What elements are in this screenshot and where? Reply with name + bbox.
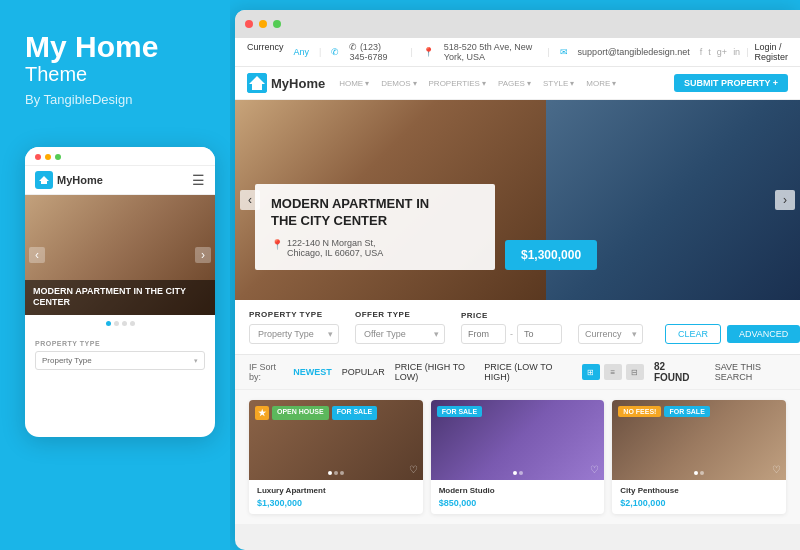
card-1-favorite-icon[interactable]: ♡ xyxy=(409,464,418,475)
card-2-favorite-icon[interactable]: ♡ xyxy=(590,464,599,475)
card-2-dots xyxy=(513,471,523,475)
nav-home[interactable]: HOME ▾ xyxy=(339,79,369,88)
topbar-email: support@tangibledesign.net xyxy=(578,47,690,57)
compact-view-icon[interactable]: ⊟ xyxy=(626,364,644,380)
theme-title: My Home xyxy=(25,30,210,63)
nav-properties-label: PROPERTIES xyxy=(429,79,480,88)
offer-type-select[interactable]: Offer Type xyxy=(355,324,445,344)
card-3-dot-2 xyxy=(700,471,704,475)
property-type-select[interactable]: Property Type xyxy=(249,324,339,344)
nav-more[interactable]: MORE ▾ xyxy=(586,79,616,88)
nav-style-arrow: ▾ xyxy=(570,79,574,88)
hero-next-arrow[interactable]: › xyxy=(775,190,795,210)
phone-next-arrow[interactable]: › xyxy=(195,247,211,263)
hero-price-button[interactable]: $1,300,000 xyxy=(505,240,597,270)
save-search-link[interactable]: SAVE THIS SEARCH xyxy=(715,362,786,382)
left-panel: My Home Theme By TangibleDesign MyHome xyxy=(0,0,230,550)
clear-button[interactable]: CLEAR xyxy=(665,324,721,344)
login-register-link[interactable]: Login / Register xyxy=(754,42,788,62)
browser-content: Currency Any | ✆ ✆ (123) 345-6789 | 📍 51… xyxy=(235,38,800,550)
nav-pages[interactable]: PAGES ▾ xyxy=(498,79,531,88)
phone-navbar: MyHome ☰ xyxy=(25,166,215,195)
nav-style-label: STYLE xyxy=(543,79,568,88)
location-icon: 📍 xyxy=(423,47,434,57)
offer-type-filter-label: OFFER TYPE xyxy=(355,310,445,319)
card-2-image: FOR SALE ♡ xyxy=(431,400,605,480)
nav-demos[interactable]: DEMOS ▾ xyxy=(381,79,416,88)
nav-more-arrow: ▾ xyxy=(612,79,616,88)
phone-slide-dot-2 xyxy=(114,321,119,326)
nav-demos-arrow: ▾ xyxy=(413,79,417,88)
nav-style[interactable]: STYLE ▾ xyxy=(543,79,574,88)
hero-right-image xyxy=(546,100,800,300)
phone-select-arrow-icon: ▾ xyxy=(194,357,198,365)
price-range-row: - xyxy=(461,324,562,344)
card-1-price: $1,300,000 xyxy=(257,498,415,508)
currency-filter: Currency xyxy=(578,310,643,344)
card-2-dot-2 xyxy=(519,471,523,475)
topbar-currency-value[interactable]: Any xyxy=(294,47,310,57)
phone-logo: MyHome xyxy=(35,171,103,189)
topbar-separator2: | xyxy=(410,47,412,57)
property-card-2: FOR SALE ♡ Modern Studio $850,000 xyxy=(431,400,605,514)
phone-dot-yellow xyxy=(45,154,51,160)
grid-view-icon[interactable]: ⊞ xyxy=(582,364,600,380)
phone-dot-red xyxy=(35,154,41,160)
social-tw-icon: t xyxy=(708,47,711,57)
card-1-badges: ★ OPEN HOUSE FOR SALE xyxy=(255,406,377,420)
phone-dots xyxy=(35,154,61,160)
list-view-icon[interactable]: ≡ xyxy=(604,364,622,380)
price-from-input[interactable] xyxy=(461,324,506,344)
nav-home-arrow: ▾ xyxy=(365,79,369,88)
topbar-separator3: | xyxy=(547,47,549,57)
topbar-separator: | xyxy=(319,47,321,57)
card-3-sale-badge: FOR SALE xyxy=(664,406,709,417)
browser-dot-green xyxy=(273,20,281,28)
card-3-dot-1 xyxy=(694,471,698,475)
price-to-input[interactable] xyxy=(517,324,562,344)
card-1-body: Luxury Apartment $1,300,000 xyxy=(249,480,423,514)
hamburger-icon[interactable]: ☰ xyxy=(192,172,205,188)
phone-contact-icon: ✆ xyxy=(331,47,339,57)
card-2-badges: FOR SALE xyxy=(437,406,482,417)
sort-newest[interactable]: NEWEST xyxy=(293,367,332,377)
filter-actions: CLEAR ADVANCED xyxy=(665,324,800,344)
phone-prev-arrow[interactable]: ‹ xyxy=(29,247,45,263)
card-3-nofee-badge: NO FEES! xyxy=(618,406,661,417)
nav-pages-arrow: ▾ xyxy=(527,79,531,88)
results-bar: IF Sort by: NEWEST POPULAR PRICE (HIGH T… xyxy=(235,355,800,390)
card-1-dot-3 xyxy=(340,471,344,475)
property-type-filter: PROPERTY TYPE Property Type xyxy=(249,310,339,344)
social-gp-icon: g+ xyxy=(717,47,727,57)
card-1-image: ★ OPEN HOUSE FOR SALE ♡ xyxy=(249,400,423,480)
submit-property-button[interactable]: SUBMIT PROPERTY + xyxy=(674,74,788,92)
topbar-sep4: | xyxy=(746,47,748,57)
home-icon xyxy=(38,174,50,186)
site-topbar: Currency Any | ✆ ✆ (123) 345-6789 | 📍 51… xyxy=(235,38,800,67)
card-1-star-badge: ★ xyxy=(255,406,269,420)
site-nav-items: HOME ▾ DEMOS ▾ PROPERTIES ▾ PAGES ▾ STYL… xyxy=(339,79,616,88)
card-3-favorite-icon[interactable]: ♡ xyxy=(772,464,781,475)
sort-price-low[interactable]: PRICE (LOW TO HIGH) xyxy=(484,362,564,382)
site-navbar: MyHome HOME ▾ DEMOS ▾ PROPERTIES ▾ PAGES… xyxy=(235,67,800,100)
nav-properties-arrow: ▾ xyxy=(482,79,486,88)
advanced-button[interactable]: ADVANCED xyxy=(727,325,800,343)
price-filter: PRICE - xyxy=(461,311,562,344)
card-3-dots xyxy=(694,471,704,475)
offer-type-select-wrap: Offer Type xyxy=(355,323,445,344)
phone-property-filter: PROPERTY TYPE Property Type ▾ xyxy=(25,332,215,374)
sort-label: IF Sort by: xyxy=(249,362,283,382)
card-1-open-badge: OPEN HOUSE xyxy=(272,406,329,420)
sort-popular[interactable]: POPULAR xyxy=(342,367,385,377)
nav-properties[interactable]: PROPERTIES ▾ xyxy=(429,79,486,88)
currency-select[interactable]: Currency xyxy=(578,324,643,344)
offer-type-filter: OFFER TYPE Offer Type xyxy=(355,310,445,344)
phone-dot-green xyxy=(55,154,61,160)
hero-address-line2: Chicago, IL 60607, USA xyxy=(287,248,383,258)
card-2-body: Modern Studio $850,000 xyxy=(431,480,605,514)
sort-price-high[interactable]: PRICE (HIGH TO LOW) xyxy=(395,362,475,382)
nav-home-label: HOME xyxy=(339,79,363,88)
card-3-title: City Penthouse xyxy=(620,486,778,495)
phone-property-select[interactable]: Property Type ▾ xyxy=(35,351,205,370)
browser-titlebar xyxy=(235,10,800,38)
